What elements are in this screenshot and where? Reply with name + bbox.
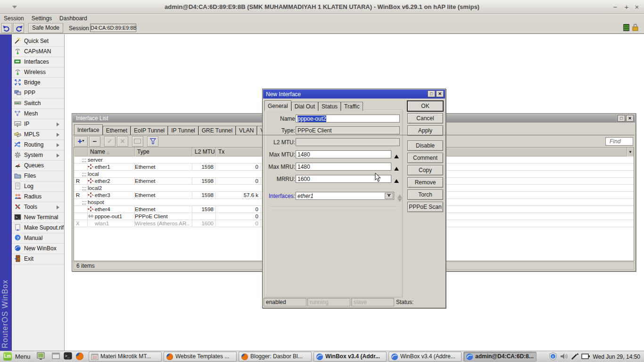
interface-list-maximize-button[interactable]: □ (618, 115, 625, 122)
sidebar-item-switch[interactable]: Switch (12, 99, 64, 109)
start-menu-button[interactable]: Lm Menu (1, 352, 34, 362)
dialog-tab-traffic[interactable]: Traffic (341, 102, 363, 111)
column-header-type[interactable]: Type (135, 148, 192, 156)
comment-button[interactable]: Comment (407, 153, 443, 163)
sidebar-item-mpls[interactable]: MPLS (12, 130, 64, 140)
spin-up-icon[interactable] (394, 177, 399, 183)
close-button[interactable]: × (633, 3, 641, 11)
combo-dropdown-icon[interactable]: ▼ (385, 193, 393, 199)
sidebar-item-exit[interactable]: Exit (12, 254, 64, 264)
volume-icon[interactable] (560, 352, 569, 362)
safe-mode-button[interactable]: Safe Mode (28, 23, 63, 33)
sidebar-item-routing[interactable]: Routing (12, 140, 64, 150)
sidebar-item-system[interactable]: System (12, 150, 64, 161)
sidebar-item-radius[interactable]: Radius (12, 192, 64, 202)
combo-spinner-icon[interactable] (397, 192, 402, 204)
field-label-name: Name (280, 115, 295, 122)
sidebar-item-capsman[interactable]: CAPsMAN (12, 47, 64, 57)
winbox-icon (316, 353, 323, 361)
sidebar-item-bridge[interactable]: Bridge (12, 78, 64, 88)
name-input[interactable]: pppoe-out2 (296, 115, 400, 123)
task-button[interactable]: admin@D4:CA:6D:8... (463, 352, 537, 362)
dialog-maximize-button[interactable]: □ (428, 90, 435, 97)
tab-interface[interactable]: Interface (74, 124, 103, 135)
sidebar-item-ip[interactable]: 255IP (12, 119, 64, 130)
sidebar-item-queues[interactable]: Queues (12, 161, 64, 171)
dialog-close-button[interactable]: ✕ (436, 90, 444, 97)
column-select-dropdown[interactable]: ▼ (627, 148, 634, 156)
dialog-status-enabled: enabled (264, 298, 306, 306)
interface-list-close-button[interactable]: ✕ (626, 115, 634, 122)
task-button[interactable]: WinBox v3.4 (Addr... (314, 352, 387, 362)
tab-ip-tunnel[interactable]: IP Tunnel (168, 126, 198, 135)
dialog-titlebar[interactable]: New Interface □ ✕ (263, 90, 445, 99)
firefox-launcher[interactable] (74, 352, 85, 362)
display-icon[interactable] (581, 352, 591, 362)
terminal-launcher[interactable]: >_ (63, 352, 73, 362)
task-button[interactable]: Website Templates ... (164, 352, 237, 362)
task-button[interactable]: Blogger: Dasbor Bl... (239, 352, 312, 362)
menu-settings[interactable]: Settings (28, 15, 56, 22)
task-button[interactable]: Materi Mikrotik MT... (89, 352, 162, 362)
apply-button[interactable]: Apply (407, 125, 443, 136)
lock-icon (632, 24, 638, 33)
tab-eoip-tunnel[interactable]: EoIP Tunnel (131, 126, 168, 135)
max-mtu-input[interactable]: 1480 (296, 150, 391, 158)
enable-button[interactable]: ✓ (104, 136, 116, 147)
pen-icon[interactable] (570, 352, 580, 362)
disable-button[interactable]: Disable (407, 140, 443, 151)
redo-button[interactable] (13, 23, 24, 33)
submenu-arrow-icon (57, 143, 61, 147)
column-header-name[interactable]: Name △ (88, 148, 135, 156)
cancel-button[interactable]: Cancel (407, 113, 443, 123)
bridge-icon (14, 79, 22, 86)
dialog-tab-dial-out[interactable]: Dial Out (291, 102, 318, 111)
sidebar-item-mesh[interactable]: Mesh (12, 109, 64, 119)
column-header-flags[interactable] (74, 148, 88, 156)
filter-button[interactable] (147, 136, 158, 147)
sidebar-item-new-terminal[interactable]: >_New Terminal (12, 213, 64, 223)
find-box[interactable]: Find (605, 137, 633, 146)
max-mru-input[interactable]: 1480 (296, 163, 391, 171)
tools-icon (14, 203, 22, 210)
sidebar-item-make-supout-rif[interactable]: Make Supout.rif (12, 223, 64, 233)
interfaces-combo[interactable]: ether1▼ (296, 192, 394, 200)
tab-vlan[interactable]: VLAN (236, 126, 257, 135)
dialog-tab-status[interactable]: Status (318, 102, 341, 111)
add-button[interactable]: +▾ (74, 136, 88, 147)
sidebar-item-wireless[interactable]: Wireless (12, 67, 64, 78)
task-button[interactable]: WinBox v3.4 (Addre... (388, 352, 462, 362)
disable-button[interactable]: ✕ (117, 136, 128, 147)
sidebar-item-ppp[interactable]: PPP (12, 88, 64, 99)
tab-gre-tunnel[interactable]: GRE Tunnel (198, 126, 236, 135)
spin-up-icon[interactable] (394, 165, 399, 171)
sidebar-item-quick-set[interactable]: Quick Set (12, 36, 64, 47)
sidebar-item-new-winbox[interactable]: New WinBox (12, 244, 64, 254)
file-manager-launcher[interactable] (51, 352, 61, 362)
dialog-tab-general[interactable]: General (264, 100, 291, 111)
spin-up-icon[interactable] (394, 152, 399, 158)
files-icon (14, 172, 22, 179)
menu-session[interactable]: Session (0, 15, 28, 22)
maximize-button[interactable]: + (622, 3, 631, 11)
remove-button[interactable]: − (89, 136, 100, 147)
column-header-l2-mtu[interactable]: L2 MTU (192, 148, 216, 156)
sidebar-item-tools[interactable]: Tools (12, 202, 64, 213)
sidebar-item-manual[interactable]: ?Manual (12, 233, 64, 244)
torch-button[interactable]: Torch (407, 189, 443, 200)
sidebar-item-log[interactable]: Log (12, 181, 64, 192)
sidebar-item-files[interactable]: Files (12, 171, 64, 181)
show-desktop-button[interactable] (36, 352, 46, 362)
session-value-field[interactable]: D4:CA:6D:89:E9:8B (90, 24, 136, 32)
menu-dashboard[interactable]: Dashboard (56, 15, 91, 22)
tab-ethernet[interactable]: Ethernet (103, 126, 131, 135)
pppoe-scan-button[interactable]: PPPoE Scan (407, 202, 443, 212)
comment-button[interactable] (132, 136, 143, 147)
shield-icon[interactable]: i (549, 352, 558, 362)
remove-button[interactable]: Remove (407, 177, 443, 188)
ok-button[interactable]: OK (407, 101, 443, 111)
minimize-button[interactable]: − (611, 3, 619, 11)
undo-button[interactable] (1, 23, 12, 33)
copy-button[interactable]: Copy (407, 165, 443, 175)
sidebar-item-interfaces[interactable]: Interfaces (12, 57, 64, 67)
